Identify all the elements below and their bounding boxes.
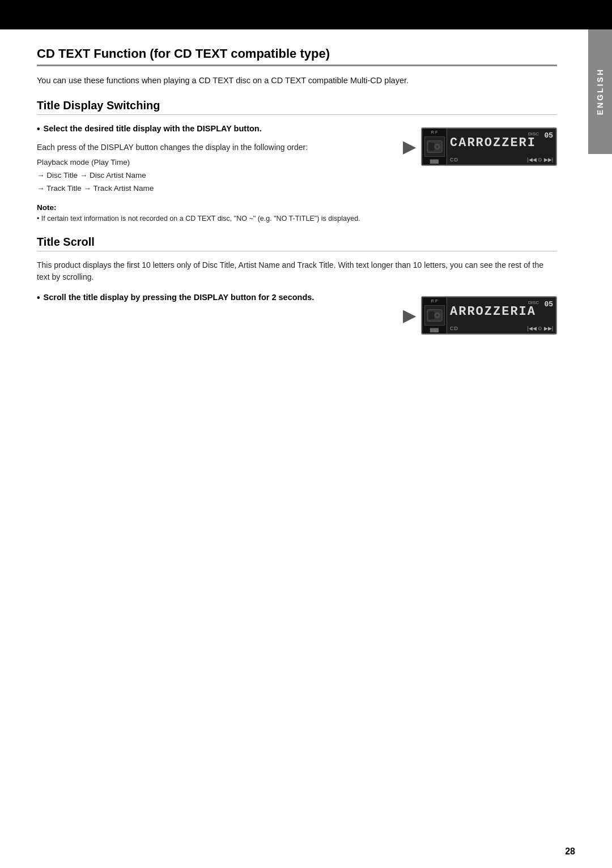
section1-body1: Each press of the DISPLAY button changes… <box>37 142 386 154</box>
section1: Title Display Switching • Select the des… <box>37 99 557 224</box>
cd-unit-icon-2 <box>424 305 445 326</box>
display-bottom-controls-1: CD |◀◀ ⊙ ▶▶| <box>450 157 553 163</box>
section2-intro: This product displays the first 10 lette… <box>37 259 557 284</box>
main-content: CD TEXT Function (for CD TEXT compatible… <box>0 29 588 868</box>
display-disc-badge-2: DISC <box>528 300 539 305</box>
page-number: 28 <box>565 846 575 857</box>
display-left-panel-2: R F ▓▓▓ <box>422 297 447 333</box>
display-right-panel-1: CARROZZERI CD |◀◀ ⊙ ▶▶| <box>447 129 556 165</box>
cd-display-1: R F ▓▓▓ <box>421 127 557 166</box>
section2-image-col: ▶ R F <box>403 296 557 335</box>
display-cd-text-2: CD <box>450 326 458 331</box>
note-text: • If certain text information is not rec… <box>37 213 386 224</box>
top-bar <box>0 0 612 29</box>
display-ctrl-1: |◀◀ ⊙ ▶▶| <box>527 157 553 163</box>
section1-image-col: ▶ R F <box>403 127 557 166</box>
label-f: F <box>435 130 437 134</box>
display-top-labels-1: R F <box>431 130 437 134</box>
section1-body2: Playback mode (Play Time) <box>37 156 386 169</box>
display-disc-val-1: 05 <box>544 131 553 140</box>
section1-two-col: • Select the desired title display with … <box>37 123 557 224</box>
display-right-panel-2: ARROZZERIA CD |◀◀ ⊙ ▶▶| <box>447 297 556 333</box>
label-r-2: R <box>431 299 434 303</box>
display-disc-badge-1: DISC <box>528 131 539 136</box>
section1-bullet: • Select the desired title display with … <box>37 123 386 135</box>
section2-text-col: • Scroll the title display by pressing t… <box>37 292 386 310</box>
page-title: CD TEXT Function (for CD TEXT compatible… <box>37 46 557 61</box>
section1-bullet-label: Select the desired title display with th… <box>44 123 262 135</box>
arrow-indicator-1: ▶ <box>403 138 415 156</box>
section2-bullet-label: Scroll the title display by pressing the… <box>44 292 314 304</box>
section2-heading: Title Scroll <box>37 236 557 251</box>
intro-text: You can use these functions when playing… <box>37 74 557 87</box>
english-label: ENGLISH <box>596 68 605 115</box>
display-ctrl-2: |◀◀ ⊙ ▶▶| <box>527 326 553 331</box>
section1-arrow2: → Track Title → Track Artist Name <box>37 182 386 195</box>
bullet-dot: • <box>37 123 40 135</box>
label-r: R <box>431 130 434 134</box>
note-section: Note: • If certain text information is n… <box>37 203 386 224</box>
section1-text-col: • Select the desired title display with … <box>37 123 386 224</box>
label-f-2: F <box>435 299 437 303</box>
cd-display-2: R F ▓▓▓ <box>421 296 557 335</box>
svg-rect-1 <box>428 143 434 151</box>
arrow-indicator-2: ▶ <box>403 306 415 325</box>
svg-point-3 <box>436 146 438 148</box>
section1-arrow1: → Disc Title → Disc Artist Name <box>37 169 386 182</box>
bullet-dot-2: • <box>37 292 40 304</box>
display-seg-text-1: CARROZZERI <box>450 137 536 149</box>
display-seg-text-2: ARROZZERIA <box>450 306 536 318</box>
display-top-labels-2: R F <box>431 299 437 303</box>
section2: Title Scroll This product displays the f… <box>37 236 557 335</box>
display-bottom-controls-2: CD |◀◀ ⊙ ▶▶| <box>450 326 553 331</box>
cd-label-bottom-1: ▓▓▓ <box>430 159 439 163</box>
cd-unit-icon-1 <box>424 136 445 157</box>
svg-rect-6 <box>428 311 434 320</box>
svg-point-8 <box>436 315 438 317</box>
display-disc-val-2: 05 <box>544 300 553 309</box>
section2-two-col: • Scroll the title display by pressing t… <box>37 292 557 335</box>
cd-label-bottom-2: ▓▓▓ <box>430 328 439 332</box>
display-cd-text-1: CD <box>450 157 458 163</box>
note-label: Note: <box>37 203 386 212</box>
english-tab: ENGLISH <box>588 29 612 154</box>
section1-heading: Title Display Switching <box>37 99 557 115</box>
display-left-panel-1: R F ▓▓▓ <box>422 129 447 165</box>
page-title-section: CD TEXT Function (for CD TEXT compatible… <box>37 46 557 66</box>
section2-bullet: • Scroll the title display by pressing t… <box>37 292 386 304</box>
